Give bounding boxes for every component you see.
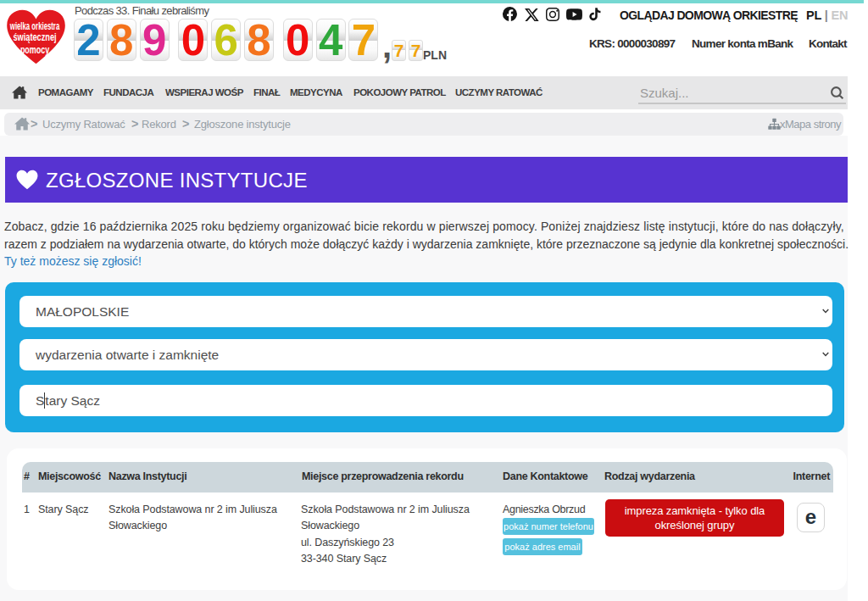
svg-text:wielka orkiestra: wielka orkiestra	[9, 20, 59, 32]
svg-text:pomocy: pomocy	[20, 44, 49, 56]
svg-text:świątecznej: świątecznej	[13, 31, 56, 43]
